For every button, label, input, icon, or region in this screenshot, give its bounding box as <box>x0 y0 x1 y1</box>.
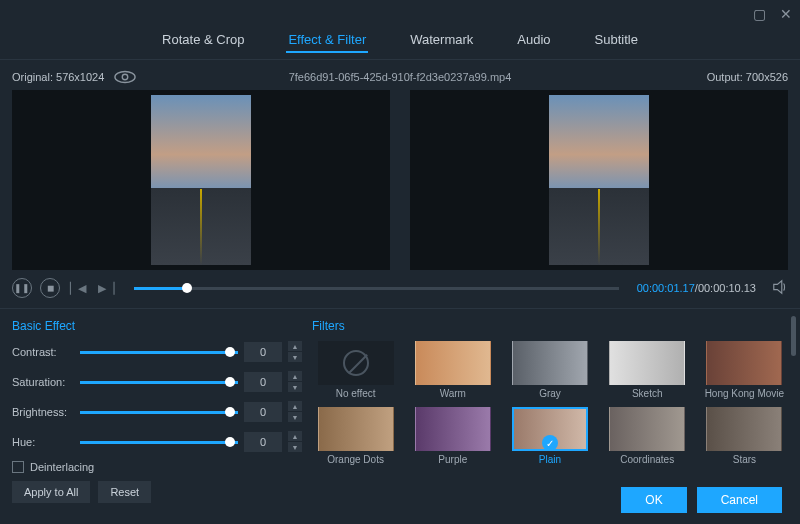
basic-effect-panel: Basic Effect Contrast: 0 ▲▼ Saturation: … <box>12 319 302 475</box>
volume-icon[interactable] <box>772 279 788 298</box>
spinner-up-3[interactable]: ▲ <box>288 431 302 441</box>
filter-label: Warm <box>440 388 466 399</box>
slider-2[interactable] <box>80 411 238 414</box>
maximize-icon[interactable]: ▢ <box>753 6 766 22</box>
check-icon: ✓ <box>542 435 558 451</box>
spinner-down-3[interactable]: ▼ <box>288 442 302 452</box>
svg-point-1 <box>123 74 129 80</box>
filters-title: Filters <box>312 319 788 333</box>
slider-label-0: Contrast: <box>12 346 74 358</box>
output-preview <box>410 90 788 270</box>
no-effect-icon <box>343 350 369 376</box>
slider-0[interactable] <box>80 351 238 354</box>
deinterlacing-checkbox[interactable] <box>12 461 24 473</box>
pause-button[interactable]: ❚❚ <box>12 278 32 298</box>
filter-label: Gray <box>539 388 561 399</box>
ok-button[interactable]: OK <box>621 487 686 513</box>
spinner-up-0[interactable]: ▲ <box>288 341 302 351</box>
filter-label: Sketch <box>632 388 663 399</box>
spinner-down-1[interactable]: ▼ <box>288 382 302 392</box>
filter-item-noeffect[interactable]: No effect <box>312 341 399 399</box>
filter-item-sketch[interactable]: Sketch <box>604 341 691 399</box>
filter-label: Hong Kong Movie <box>705 388 785 399</box>
basic-effect-title: Basic Effect <box>12 319 302 333</box>
spinner-up-1[interactable]: ▲ <box>288 371 302 381</box>
filter-label: No effect <box>336 388 376 399</box>
original-dimensions: Original: 576x1024 <box>12 71 104 83</box>
tab-effect-filter[interactable]: Effect & Filter <box>286 28 368 53</box>
filename-label: 7fe66d91-06f5-425d-910f-f2d3e0237a99.mp4 <box>289 71 512 83</box>
svg-point-0 <box>115 72 135 83</box>
tab-watermark[interactable]: Watermark <box>408 28 475 53</box>
stop-button[interactable]: ◼ <box>40 278 60 298</box>
original-preview <box>12 90 390 270</box>
filter-item-gray[interactable]: Gray <box>506 341 593 399</box>
filter-item-orange[interactable]: Orange Dots <box>312 407 399 465</box>
filter-item-warm[interactable]: Warm <box>409 341 496 399</box>
slider-label-2: Brightness: <box>12 406 74 418</box>
close-icon[interactable]: ✕ <box>780 6 792 22</box>
slider-1[interactable] <box>80 381 238 384</box>
timestamp: 00:00:01.17/00:00:10.13 <box>637 282 756 294</box>
playback-controls: ❚❚ ◼ ▏◀ ▶▕ 00:00:01.17/00:00:10.13 <box>0 270 800 306</box>
filter-item-purple[interactable]: Purple <box>409 407 496 465</box>
prev-frame-button[interactable]: ▏◀ <box>68 282 88 295</box>
tab-rotate-crop[interactable]: Rotate & Crop <box>160 28 246 53</box>
preview-header: Original: 576x1024 7fe66d91-06f5-425d-91… <box>0 60 800 90</box>
apply-all-button[interactable]: Apply to All <box>12 481 90 503</box>
filter-label: Coordinates <box>620 454 674 465</box>
filters-scrollbar[interactable] <box>791 316 796 356</box>
spinner-up-2[interactable]: ▲ <box>288 401 302 411</box>
filter-label: Orange Dots <box>327 454 384 465</box>
slider-label-3: Hue: <box>12 436 74 448</box>
slider-label-1: Saturation: <box>12 376 74 388</box>
spinner-down-0[interactable]: ▼ <box>288 352 302 362</box>
slider-value-0[interactable]: 0 <box>244 342 282 362</box>
filter-label: Purple <box>438 454 467 465</box>
deinterlacing-label: Deinterlacing <box>30 461 94 473</box>
tab-audio[interactable]: Audio <box>515 28 552 53</box>
filter-label: Stars <box>733 454 756 465</box>
timeline-scrubber[interactable] <box>134 287 619 290</box>
cancel-button[interactable]: Cancel <box>697 487 782 513</box>
filter-item-stars[interactable]: Stars <box>701 407 788 465</box>
eye-icon[interactable] <box>114 70 136 84</box>
spinner-down-2[interactable]: ▼ <box>288 412 302 422</box>
slider-3[interactable] <box>80 441 238 444</box>
slider-value-3[interactable]: 0 <box>244 432 282 452</box>
filters-panel: Filters No effectWarmGraySketchHong Kong… <box>312 319 788 475</box>
filter-item-hk[interactable]: Hong Kong Movie <box>701 341 788 399</box>
filter-item-plain[interactable]: ✓Plain <box>506 407 593 465</box>
output-dimensions: Output: 700x526 <box>707 71 788 83</box>
filter-item-coord[interactable]: Coordinates <box>604 407 691 465</box>
editor-tabs: Rotate & Crop Effect & Filter Watermark … <box>0 28 800 60</box>
window-titlebar: ▢ ✕ <box>0 0 800 28</box>
slider-value-2[interactable]: 0 <box>244 402 282 422</box>
reset-button[interactable]: Reset <box>98 481 151 503</box>
next-frame-button[interactable]: ▶▕ <box>96 282 116 295</box>
preview-row <box>0 90 800 270</box>
filter-label: Plain <box>539 454 561 465</box>
tab-subtitle[interactable]: Subtitle <box>593 28 640 53</box>
slider-value-1[interactable]: 0 <box>244 372 282 392</box>
